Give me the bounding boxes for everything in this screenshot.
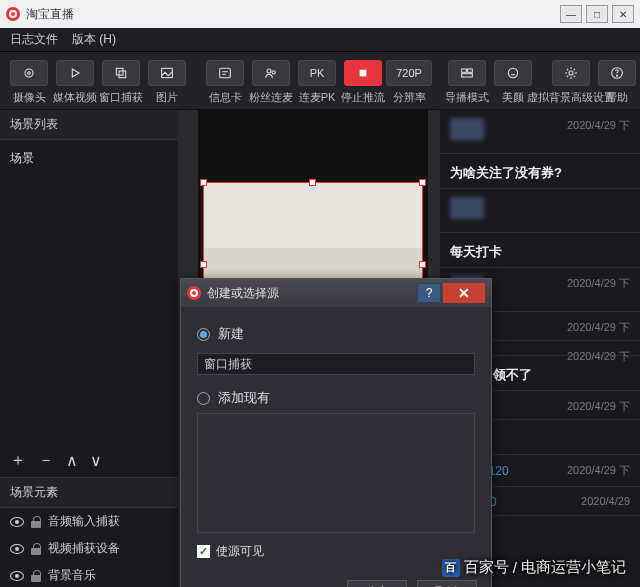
lock-icon[interactable] — [30, 543, 42, 555]
fans-button[interactable] — [252, 60, 290, 86]
image-button[interactable] — [148, 60, 186, 86]
eye-icon[interactable] — [10, 542, 24, 556]
svg-point-18 — [616, 75, 617, 76]
image-label: 图片 — [156, 90, 178, 105]
media-button[interactable] — [56, 60, 94, 86]
chat-item[interactable]: 为啥关注了没有券? — [440, 154, 640, 189]
ok-button[interactable]: 确定 — [347, 580, 407, 587]
resolution-button[interactable]: 720P — [386, 60, 432, 86]
lock-icon[interactable] — [30, 570, 42, 582]
visible-checkbox-row[interactable]: ✓使源可见 — [197, 543, 475, 560]
svg-rect-6 — [220, 68, 231, 77]
eye-icon[interactable] — [10, 515, 24, 529]
window-title: 淘宝直播 — [26, 6, 74, 23]
dialog-title: 创建或选择源 — [207, 285, 279, 302]
remove-scene-button[interactable]: － — [38, 450, 54, 471]
source-name-input[interactable] — [197, 353, 475, 375]
svg-rect-13 — [468, 69, 473, 72]
add-scene-button[interactable]: ＋ — [10, 450, 26, 471]
chat-item[interactable]: 2020/4/29 下 — [440, 110, 640, 154]
scene-item[interactable]: 场景 — [10, 146, 168, 171]
svg-point-9 — [267, 69, 271, 73]
svg-rect-12 — [462, 69, 467, 72]
stop-stream-button[interactable] — [344, 60, 382, 86]
left-sidebar: 场景列表 场景 ＋ － ∧ ∨ 场景元素 音频输入捕获 视频捕获设备 背景音乐 — [0, 110, 178, 587]
help-label: 帮助 — [606, 90, 628, 105]
stop-label: 停止推流 — [341, 90, 385, 105]
app-logo-icon — [6, 7, 20, 21]
chat-item[interactable]: 每天打卡 — [440, 233, 640, 268]
radio-existing[interactable]: 添加现有 — [197, 389, 475, 407]
window-capture-button[interactable] — [102, 60, 140, 86]
svg-point-1 — [28, 72, 31, 75]
source-label: 音频输入捕获 — [48, 513, 120, 530]
source-item-audio[interactable]: 音频输入捕获 — [0, 508, 178, 535]
pk-label: 连麦PK — [299, 90, 336, 105]
chat-item[interactable] — [440, 189, 640, 233]
maximize-button[interactable]: □ — [586, 5, 608, 23]
pk-button[interactable]: PK — [298, 60, 336, 86]
beauty-button[interactable] — [494, 60, 532, 86]
sources-header: 场景元素 — [0, 478, 178, 508]
camera-button[interactable] — [10, 60, 48, 86]
menu-version[interactable]: 版本 (H) — [72, 31, 116, 48]
radio-new[interactable]: 新建 — [197, 325, 475, 343]
eye-icon[interactable] — [10, 569, 24, 583]
infocard-label: 信息卡 — [209, 90, 242, 105]
director-mode-button[interactable] — [448, 60, 486, 86]
svg-point-10 — [272, 71, 275, 74]
dialog-help-button[interactable]: ? — [417, 283, 441, 303]
infocard-button[interactable] — [206, 60, 244, 86]
svg-marker-2 — [72, 69, 79, 77]
beauty-label: 美颜 — [502, 90, 524, 105]
minimize-button[interactable]: — — [560, 5, 582, 23]
camera-label: 摄像头 — [13, 90, 46, 105]
menu-log[interactable]: 日志文件 — [10, 31, 58, 48]
move-up-button[interactable]: ∧ — [66, 451, 78, 470]
svg-point-15 — [508, 68, 517, 77]
dialog-logo-icon — [187, 286, 201, 300]
radio-icon — [197, 392, 210, 405]
cancel-button[interactable]: 取消 — [417, 580, 477, 587]
window-titlebar: 淘宝直播 — □ ✕ — [0, 0, 640, 28]
source-item-video[interactable]: 视频捕获设备 — [0, 535, 178, 562]
svg-point-16 — [569, 71, 573, 75]
close-button[interactable]: ✕ — [612, 5, 634, 23]
source-item-music[interactable]: 背景音乐 — [0, 562, 178, 587]
svg-rect-3 — [116, 68, 123, 75]
window-label: 窗口捕获 — [99, 90, 143, 105]
watermark: 百 百家号 / 电商运营小笔记 — [442, 558, 626, 577]
vbg-button[interactable] — [552, 60, 590, 86]
svg-point-0 — [25, 69, 33, 77]
fans-label: 粉丝连麦 — [249, 90, 293, 105]
director-label: 导播模式 — [445, 90, 489, 105]
create-source-dialog: 创建或选择源 ? ✕ 新建 添加现有 ✓使源可见 确定 取消 — [180, 278, 492, 587]
media-label: 媒体视频 — [53, 90, 97, 105]
svg-rect-11 — [360, 70, 367, 77]
resolution-label: 分辨率 — [393, 90, 426, 105]
baijiahao-icon: 百 — [442, 559, 460, 577]
source-label: 背景音乐 — [48, 567, 96, 584]
toolbar: 摄像头 媒体视频 窗口捕获 图片 信息卡 粉丝连麦 PK连麦PK 停止推流 72… — [0, 52, 640, 110]
radio-icon — [197, 328, 210, 341]
move-down-button[interactable]: ∨ — [90, 451, 102, 470]
checkbox-icon[interactable]: ✓ — [197, 545, 210, 558]
scene-list-header: 场景列表 — [0, 110, 178, 140]
lock-icon[interactable] — [30, 516, 42, 528]
source-label: 视频捕获设备 — [48, 540, 120, 557]
existing-sources-list[interactable] — [197, 413, 475, 533]
dialog-titlebar[interactable]: 创建或选择源 ? ✕ — [181, 279, 491, 307]
svg-rect-4 — [119, 71, 126, 78]
dialog-close-button[interactable]: ✕ — [443, 283, 485, 303]
svg-rect-14 — [462, 74, 473, 77]
menubar: 日志文件 版本 (H) — [0, 28, 640, 52]
help-button[interactable] — [598, 60, 636, 86]
